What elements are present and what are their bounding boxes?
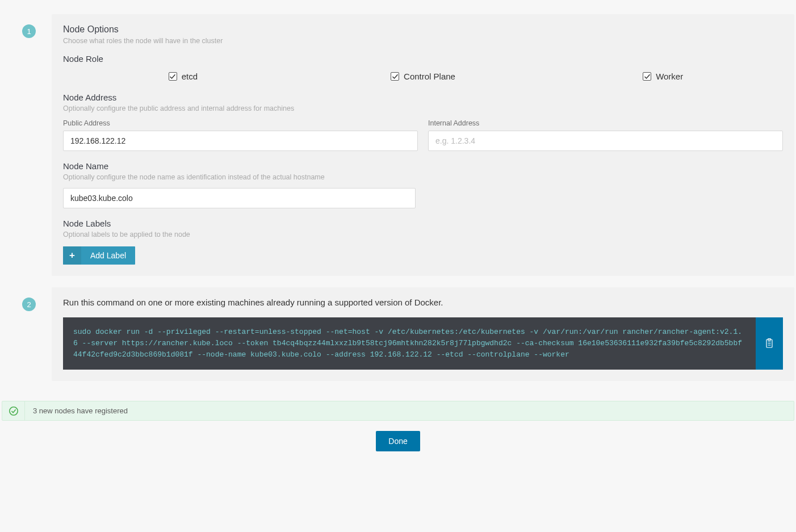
role-label: Worker bbox=[656, 72, 683, 81]
role-label: Control Plane bbox=[404, 72, 455, 81]
internal-address-label: Internal Address bbox=[428, 119, 783, 127]
node-role-row: etcd Control Plane Worker bbox=[63, 72, 783, 81]
command-code: sudo docker run -d --privileged --restar… bbox=[63, 317, 756, 370]
node-address-subtitle: Optionally configure the public address … bbox=[63, 104, 783, 112]
done-button[interactable]: Done bbox=[376, 431, 420, 451]
public-address-input[interactable] bbox=[63, 131, 418, 151]
success-alert: 3 new nodes have registered bbox=[2, 401, 794, 421]
checkbox-etcd[interactable] bbox=[169, 72, 177, 81]
alert-message: 3 new nodes have registered bbox=[25, 401, 136, 420]
checkbox-worker[interactable] bbox=[643, 72, 651, 81]
check-icon bbox=[169, 73, 176, 80]
node-labels-subtitle: Optional labels to be applied to the nod… bbox=[63, 231, 783, 238]
checkbox-control-plane[interactable] bbox=[391, 72, 399, 81]
node-options-panel: 1 Node Options Choose what roles the nod… bbox=[52, 14, 794, 276]
panel-title: Node Options bbox=[63, 24, 783, 35]
add-label-button[interactable]: + Add Label bbox=[63, 246, 135, 265]
step-badge-2: 2 bbox=[22, 298, 36, 311]
svg-point-5 bbox=[9, 407, 17, 415]
check-icon bbox=[392, 73, 399, 80]
role-control-plane: Control Plane bbox=[303, 72, 543, 81]
check-icon bbox=[644, 73, 651, 80]
panel-subtitle: Choose what roles the node will have in … bbox=[63, 37, 783, 45]
node-address-title: Node Address bbox=[63, 93, 783, 102]
node-role-title: Node Role bbox=[63, 54, 783, 64]
step-badge-1: 1 bbox=[22, 24, 36, 38]
success-icon bbox=[2, 401, 25, 420]
plus-icon: + bbox=[63, 246, 81, 265]
run-command-text: Run this command on one or more existing… bbox=[63, 298, 783, 307]
role-worker: Worker bbox=[543, 72, 783, 81]
clipboard-icon bbox=[765, 338, 774, 349]
node-name-subtitle: Optionally configure the node name as id… bbox=[63, 173, 783, 181]
copy-button[interactable] bbox=[756, 317, 783, 370]
node-name-input[interactable] bbox=[63, 188, 416, 208]
add-label-text: Add Label bbox=[81, 246, 135, 265]
command-panel: 2 Run this command on one or more existi… bbox=[52, 287, 794, 381]
node-labels-title: Node Labels bbox=[63, 219, 783, 228]
role-etcd: etcd bbox=[63, 72, 303, 81]
internal-address-input[interactable] bbox=[428, 131, 783, 151]
role-label: etcd bbox=[182, 72, 198, 81]
public-address-label: Public Address bbox=[63, 119, 418, 127]
node-name-title: Node Name bbox=[63, 161, 783, 171]
